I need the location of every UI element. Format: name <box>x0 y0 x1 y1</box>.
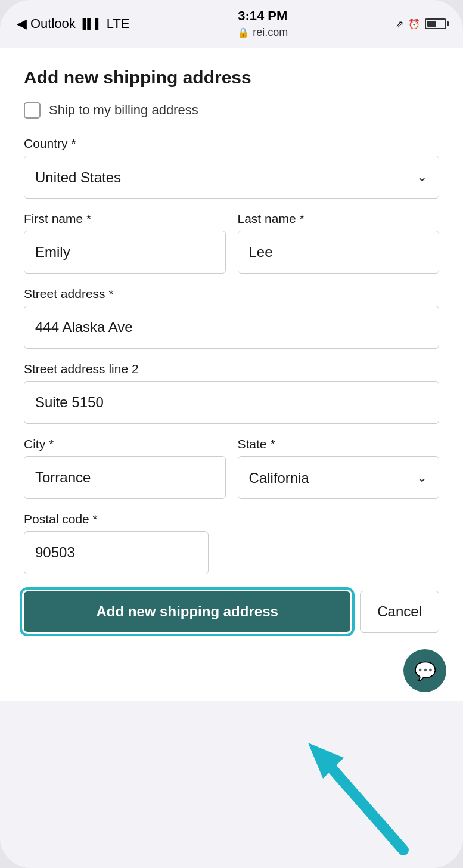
billing-checkbox[interactable] <box>24 102 41 119</box>
battery-icon <box>425 18 446 29</box>
cancel-button[interactable]: Cancel <box>360 591 439 633</box>
first-name-required: * <box>86 212 91 225</box>
last-name-field-group: Last name * <box>238 212 440 274</box>
alarm-icon: ⏰ <box>408 18 420 30</box>
postal-code-label: Postal code * <box>24 512 439 526</box>
city-input[interactable] <box>24 456 226 499</box>
status-center: 3:14 PM 🔒 rei.com <box>237 8 288 39</box>
main-content: Add new shipping address Ship to my bill… <box>0 48 463 701</box>
first-name-input[interactable] <box>24 231 226 274</box>
lock-icon: 🔒 <box>237 27 249 38</box>
first-name-field-group: First name * <box>24 212 226 274</box>
url-text: rei.com <box>253 26 288 38</box>
postal-code-field-group: Postal code * <box>24 512 439 574</box>
city-label: City * <box>24 437 226 451</box>
location-icon: ⇗ <box>396 18 403 30</box>
city-required: * <box>49 437 54 451</box>
billing-checkbox-label: Ship to my billing address <box>49 103 198 118</box>
form-title: Add new shipping address <box>24 67 439 88</box>
city-state-row: City * State * California Alabama Alaska… <box>24 437 439 512</box>
time-display: 3:14 PM <box>238 8 287 24</box>
back-icon: ◀ <box>17 16 27 32</box>
country-required: * <box>71 137 76 150</box>
street-address-input[interactable] <box>24 306 439 349</box>
buttons-area: Add new shipping address Cancel <box>24 591 439 633</box>
status-bar: ◀ Outlook ▐▌▌ LTE 3:14 PM 🔒 rei.com ⇗ ⏰ <box>0 0 463 48</box>
postal-code-input[interactable] <box>24 531 209 574</box>
state-required: * <box>270 437 275 451</box>
network-type: LTE <box>107 16 130 32</box>
status-right: ⇗ ⏰ <box>396 18 446 30</box>
street-address2-label: Street address line 2 <box>24 362 439 376</box>
annotation-arrow <box>296 731 415 862</box>
state-field-group: State * California Alabama Alaska Arizon… <box>238 437 440 499</box>
battery-fill <box>427 21 436 27</box>
phone-frame: ◀ Outlook ▐▌▌ LTE 3:14 PM 🔒 rei.com ⇗ ⏰ … <box>0 0 463 868</box>
country-select-wrapper: United States Canada Mexico United Kingd… <box>24 156 439 199</box>
carrier-name: Outlook <box>30 16 76 32</box>
street-address-field-group: Street address * <box>24 287 439 349</box>
street-address2-field-group: Street address line 2 <box>24 362 439 424</box>
street-address-label: Street address * <box>24 287 439 301</box>
chat-icon: 💬 <box>414 661 436 681</box>
state-select[interactable]: California Alabama Alaska Arizona <box>238 456 440 499</box>
last-name-label: Last name * <box>238 212 440 226</box>
first-name-label: First name * <box>24 212 226 226</box>
state-select-wrapper: California Alabama Alaska Arizona ⌄ <box>238 456 440 499</box>
street-address2-input[interactable] <box>24 381 439 424</box>
name-row: First name * Last name * <box>24 212 439 287</box>
country-select[interactable]: United States Canada Mexico United Kingd… <box>24 156 439 199</box>
country-label: Country * <box>24 137 439 151</box>
annotation-area <box>0 701 463 868</box>
last-name-input[interactable] <box>238 231 440 274</box>
city-field-group: City * <box>24 437 226 499</box>
last-name-required: * <box>299 212 304 225</box>
street-address-required: * <box>108 287 113 300</box>
chat-button[interactable]: 💬 <box>403 649 446 692</box>
add-shipping-address-button[interactable]: Add new shipping address <box>24 591 350 632</box>
postal-code-required: * <box>93 512 98 526</box>
status-left: ◀ Outlook ▐▌▌ LTE <box>17 16 130 32</box>
signal-icon: ▐▌▌ <box>79 18 103 29</box>
billing-checkbox-row: Ship to my billing address <box>24 102 439 119</box>
country-field-group: Country * United States Canada Mexico Un… <box>24 137 439 199</box>
url-display: 🔒 rei.com <box>237 24 288 39</box>
state-label: State * <box>238 437 440 451</box>
